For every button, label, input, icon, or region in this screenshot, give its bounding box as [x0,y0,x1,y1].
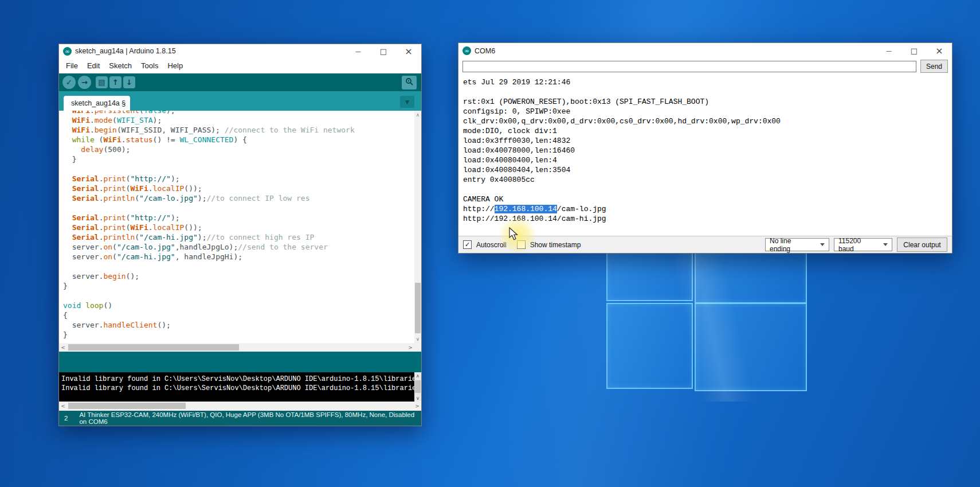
serial-line [463,185,952,194]
code-line: void loop() [63,301,414,310]
ide-titlebar[interactable]: ∞ sketch_aug14a | Arduino 1.8.15 — □ × [59,44,421,59]
serial-send-row: Send [458,59,952,74]
save-sketch-button[interactable]: ↓ [123,76,135,88]
new-sketch-button[interactable]: ▤ [96,76,108,88]
menu-item-file[interactable]: File [61,60,83,72]
serial-line: clk_drv:0x00,q_drv:0x00,d_drv:0x00,cs0_d… [463,116,952,126]
ide-window-title: sketch_aug14a | Arduino 1.8.15 [75,47,176,55]
serial-line: CAMERA OK [463,194,952,204]
editor-vertical-scrollbar[interactable]: ∧ ∨ [414,111,421,343]
code-area[interactable]: WiFi.persistent(false); WiFi.mode(WIFI_S… [59,111,414,343]
serial-line: http://192.168.100.14/cam-lo.jpg [463,204,952,214]
autoscroll-checkbox[interactable]: ✓ [463,240,472,249]
code-line: WiFi.mode(WIFI_STA); [63,115,414,125]
upload-button[interactable]: → [78,76,91,89]
baud-rate-value: 115200 baud [838,237,876,253]
code-line: WiFi.begin(WIFI_SSID, WIFI_PASS); //conn… [63,125,414,135]
serial-maximize-button[interactable]: □ [901,43,927,59]
baud-rate-dropdown[interactable]: 115200 baud [834,238,892,251]
console-line: Invalid library found in C:\Users\Servis… [61,384,414,393]
code-line: server.on("/cam-hi.jpg", handleJpgHi); [63,252,414,262]
serial-line: load:0x40080404,len:3504 [463,165,952,175]
scroll-right-icon[interactable]: > [406,343,414,352]
serial-window-title: COM6 [475,47,495,55]
code-line: Serial.println("/cam-lo.jpg");//to conne… [63,193,414,203]
scroll-left-icon[interactable]: < [59,343,67,352]
arduino-app-icon: ∞ [462,46,471,55]
chevron-down-icon: ▼ [405,99,409,105]
console-vscroll-thumb[interactable] [415,380,421,393]
arduino-app-icon: ∞ [63,47,72,56]
code-line: Serial.print("http://"); [63,174,414,184]
tab-label: sketch_aug14a § [71,99,126,107]
editor-horizontal-scrollbar[interactable]: < > [59,343,414,352]
serial-line: load:0x40078000,len:16460 [463,146,952,155]
serial-monitor-button[interactable] [402,76,417,89]
code-line: } [63,281,414,291]
scroll-down-icon[interactable]: ∨ [414,335,421,343]
autoscroll-label: Autoscroll [476,241,507,249]
tab-sketch-aug14a[interactable]: sketch_aug14a § [64,96,130,111]
serial-line: rst:0x1 (POWERON_RESET),boot:0x13 (SPI_F… [463,97,952,107]
minimize-icon: — [886,48,892,54]
code-line: server.handleClient(); [63,320,414,330]
console-vertical-scrollbar[interactable]: ∧ ∨ [414,372,421,402]
menu-item-tools[interactable]: Tools [136,60,163,72]
send-button[interactable]: Send [920,60,948,73]
menu-item-help[interactable]: Help [163,60,187,72]
ide-minimize-button[interactable]: — [346,44,371,58]
editor-hscroll-thumb[interactable] [68,344,239,350]
chevron-down-icon [883,243,888,246]
serial-line [463,87,952,97]
verify-check-icon: ✓ [66,78,72,87]
ide-console[interactable]: Invalid library found in C:\Users\Servis… [59,372,414,402]
code-line: while (WiFi.status() != WL_CONNECTED) { [63,135,414,145]
chevron-down-icon [820,243,825,246]
code-line: delay(500); [63,145,414,154]
serial-output[interactable]: ets Jul 29 2019 12:21:46 rst:0x1 (POWERO… [458,74,952,236]
close-icon: × [935,45,943,56]
code-line: server.begin(); [63,271,414,281]
code-line [63,164,414,174]
menu-item-sketch[interactable]: Sketch [104,60,136,72]
close-icon: × [405,46,412,57]
code-line: { [63,310,414,320]
code-line: server.on("/cam-lo.jpg",handleJpgLo);//s… [63,242,414,252]
show-timestamp-checkbox[interactable] [517,240,526,249]
code-line: } [63,330,414,340]
serial-input[interactable] [462,61,916,72]
serial-titlebar[interactable]: ∞ COM6 — □ × [458,43,952,59]
windows-logo-pane-bottom-left [606,303,693,389]
ide-statusbar: 2 AI Thinker ESP32-CAM, 240MHz (WiFi/BT)… [59,411,421,426]
serial-close-button[interactable]: × [927,43,952,59]
tab-list-dropdown-button[interactable]: ▼ [400,96,414,108]
line-ending-dropdown[interactable]: No line ending [765,238,829,251]
scroll-up-icon[interactable]: ∧ [414,111,421,119]
ide-maximize-button[interactable]: □ [371,44,396,58]
editor-vscroll-thumb[interactable] [415,283,421,333]
clear-output-button[interactable]: Clear output [897,237,947,252]
ide-close-button[interactable]: × [396,44,421,58]
scroll-left-icon[interactable]: < [59,402,67,410]
code-line: WiFi.persistent(false); [63,111,414,115]
serial-line: configsip: 0, SPIWP:0xee [463,107,952,116]
code-line: Serial.print(WiFi.localIP()); [63,184,414,193]
ide-message-strip [59,352,421,372]
desktop: { "colors": { "toolbar_teal": "#00646b",… [0,0,980,487]
scroll-up-icon[interactable]: ∧ [414,372,421,379]
maximize-icon: □ [380,47,387,56]
serial-line: load:0x40080400,len:4 [463,155,952,165]
code-line [63,262,414,271]
menu-item-edit[interactable]: Edit [83,60,104,72]
windows-logo-pane-top-right [695,251,807,303]
console-horizontal-scrollbar[interactable]: < > [59,402,421,411]
verify-button[interactable]: ✓ [62,76,76,89]
serial-minimize-button[interactable]: — [876,43,901,59]
serial-bottombar: ✓ Autoscroll Show timestamp No line endi… [458,236,952,253]
console-hscroll-thumb[interactable] [68,403,186,409]
scroll-down-icon[interactable]: ∨ [414,395,421,402]
open-sketch-button[interactable]: ↑ [109,76,121,88]
checkbox-check-icon: ✓ [465,241,470,248]
scroll-right-icon[interactable]: > [413,402,421,410]
serial-line: mode:DIO, clock div:1 [463,126,952,136]
